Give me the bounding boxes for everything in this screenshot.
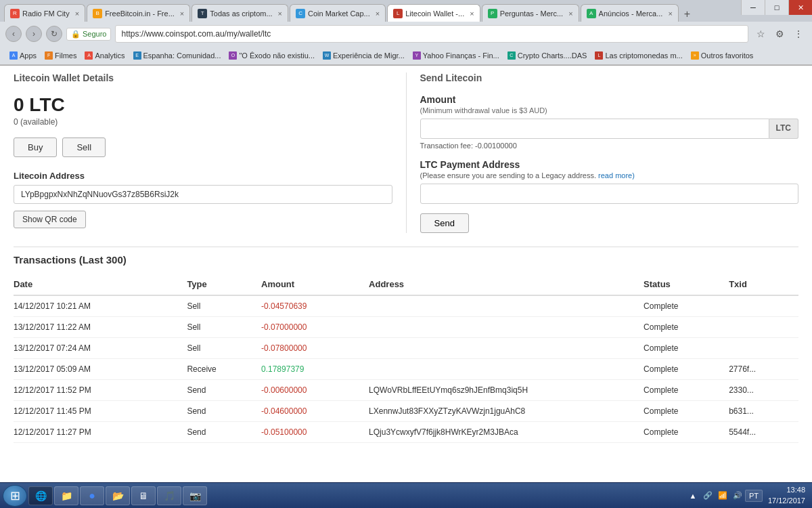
litecoin-address-input[interactable] <box>14 185 392 204</box>
table-row: 13/12/2017 07:24 AMSell-0.07800000Comple… <box>14 338 798 359</box>
chrome-icon: ● <box>86 490 98 502</box>
tx-cell-6-0: 12/12/2017 11:27 PM <box>14 422 187 443</box>
table-row: 12/12/2017 11:27 PMSend-0.05100000LQju3Y… <box>14 422 798 443</box>
bookmark-item-4[interactable]: O"O Êxodo não existiu... <box>225 50 319 61</box>
tx-header-amount: Amount <box>261 274 369 295</box>
tx-cell-4-3: LQWoVRbLffEEtUYmq6sz9hJEnfBmq3iq5H <box>369 380 644 401</box>
close-button[interactable]: ✕ <box>788 0 812 15</box>
tray-signal-icon: 📶 <box>717 490 729 502</box>
bookmark-item-8[interactable]: LLas criptomonedas m... <box>591 50 686 61</box>
tx-cell-1-0: 13/12/2017 11:22 AM <box>14 317 187 338</box>
bookmarks-bar: AAppsFFilmesAAnalyticsEEspanha: Comunida… <box>0 46 812 65</box>
taskbar-app[interactable]: 📷 <box>183 486 207 505</box>
bookmark-favicon-3: E <box>133 51 141 60</box>
tx-cell-6-5: 5544f... <box>729 422 798 443</box>
taskbar-explorer[interactable]: 📁 <box>54 486 78 505</box>
bookmark-item-1[interactable]: FFilmes <box>41 50 81 61</box>
tx-fee: Transaction fee: -0.00100000 <box>420 142 799 150</box>
taskbar-ie[interactable]: 🌐 <box>28 486 53 505</box>
tx-cell-4-4: Complete <box>644 380 729 401</box>
transactions-title: Transactions (Last 300) <box>14 254 798 266</box>
bookmark-item-2[interactable]: AAnalytics <box>81 50 129 61</box>
bookmark-label-1: Filmes <box>55 51 76 60</box>
tx-header-type: Type <box>187 274 261 295</box>
tray-speaker-icon: 🔊 <box>731 490 744 502</box>
transactions-section: Transactions (Last 300) DateTypeAmountAd… <box>14 247 798 443</box>
right-section-title: Send Litecoin <box>420 72 799 86</box>
browser-tab-tab3[interactable]: TTodas as criptom...× <box>191 4 288 22</box>
send-button[interactable]: Send <box>420 213 469 233</box>
tab-close-tab6[interactable]: × <box>568 9 572 18</box>
back-button[interactable]: ‹ <box>5 26 22 42</box>
tab-close-tab4[interactable]: × <box>376 9 380 18</box>
taskbar-chrome[interactable]: ● <box>80 486 104 505</box>
browser-tab-tab2[interactable]: BFreeBitcoin.in - Fre...× <box>87 4 190 22</box>
show-qr-button[interactable]: Show QR code <box>14 211 86 228</box>
menu-button[interactable]: ⋮ <box>790 26 807 42</box>
bookmark-item-5[interactable]: WExperiência de Migr... <box>319 50 409 61</box>
tab-favicon-tab4: C <box>296 9 305 18</box>
tx-header-address: Address <box>369 274 644 295</box>
bookmark-favicon-6: Y <box>413 51 421 60</box>
tx-cell-0-3 <box>369 295 644 317</box>
browser-tab-tab5[interactable]: LLitecoin Wallet -...× <box>387 4 480 22</box>
start-button[interactable]: ⊞ <box>3 485 27 507</box>
bookmark-star-button[interactable]: ☆ <box>752 26 769 42</box>
tx-cell-2-4: Complete <box>644 338 729 359</box>
tx-cell-6-4: Complete <box>644 422 729 443</box>
folder2-icon: 📂 <box>112 490 124 502</box>
bookmark-item-6[interactable]: YYahoo Finanças - Fin... <box>409 50 503 61</box>
browser-tab-tab7[interactable]: AAnúncios - Merca...× <box>581 4 679 22</box>
tx-cell-1-2: -0.07000000 <box>261 317 369 338</box>
bookmark-item-9[interactable]: »Outros favoritos <box>687 50 758 61</box>
extensions-button[interactable]: ⚙ <box>771 26 788 42</box>
buy-button[interactable]: Buy <box>14 137 57 157</box>
tray-arrow-icon[interactable]: ▲ <box>687 490 699 502</box>
tab-label-tab6: Perguntas - Merc... <box>500 9 564 18</box>
bookmark-label-9: Outros favoritos <box>701 51 754 60</box>
tab-close-tab1[interactable]: × <box>75 9 79 18</box>
browser-tab-tab1[interactable]: RRadio FM City× <box>4 4 85 22</box>
tx-cell-2-0: 13/12/2017 07:24 AM <box>14 338 187 359</box>
taskbar-network[interactable]: 🖥 <box>131 486 156 505</box>
secure-badge: 🔒 Seguro <box>66 28 111 41</box>
language-badge[interactable]: PT <box>745 490 763 502</box>
payment-address-note: (Please ensure you are sending to a Lega… <box>420 171 799 179</box>
tx-cell-0-1: Sell <box>187 295 261 317</box>
payment-address-input[interactable] <box>420 184 799 204</box>
clock[interactable]: 13:48 17/12/2017 <box>764 485 809 506</box>
tab-favicon-tab3: T <box>198 9 207 18</box>
tab-close-tab2[interactable]: × <box>180 9 184 18</box>
tab-label-tab7: Anúncios - Merca... <box>599 9 663 18</box>
tab-close-tab7[interactable]: × <box>668 9 672 18</box>
refresh-button[interactable]: ↻ <box>46 26 62 42</box>
tx-cell-5-0: 12/12/2017 11:45 PM <box>14 401 187 422</box>
read-more-link[interactable]: read more) <box>598 171 635 179</box>
tab-label-tab1: Radio FM City <box>22 9 70 18</box>
new-tab-button[interactable]: + <box>680 8 694 20</box>
bookmark-favicon-9: » <box>691 51 699 60</box>
tx-cell-5-4: Complete <box>644 401 729 422</box>
taskbar-media[interactable]: 🎵 <box>157 486 181 505</box>
forward-button[interactable]: › <box>26 26 42 42</box>
bookmark-item-3[interactable]: EEspanha: Comunidad... <box>129 50 225 61</box>
address-bar[interactable] <box>115 25 748 43</box>
tab-close-tab5[interactable]: × <box>470 9 474 18</box>
tab-favicon-tab1: R <box>10 9 20 18</box>
amount-note: (Minimum withdrawal value is $3 AUD) <box>420 106 799 114</box>
bookmark-favicon-8: L <box>595 51 603 60</box>
tab-close-tab3[interactable]: × <box>278 9 282 18</box>
tx-cell-4-2: -0.00600000 <box>261 380 369 401</box>
nav-bar: ‹ › ↻ 🔒 Seguro ☆ ⚙ ⋮ <box>0 22 812 46</box>
tx-header-status: Status <box>644 274 729 295</box>
browser-tab-tab6[interactable]: PPerguntas - Merc...× <box>482 4 579 22</box>
browser-tab-tab4[interactable]: CCoin Market Cap...× <box>290 4 386 22</box>
amount-input[interactable] <box>420 119 769 139</box>
tab-favicon-tab2: B <box>93 9 102 18</box>
bookmark-item-0[interactable]: AApps <box>5 50 41 61</box>
bookmark-item-7[interactable]: CCrypto Charts....DAS <box>503 50 591 61</box>
minimize-button[interactable]: ─ <box>741 0 765 15</box>
taskbar-folder[interactable]: 📂 <box>106 486 130 505</box>
sell-button[interactable]: Sell <box>62 137 106 157</box>
maximize-button[interactable]: □ <box>765 0 788 15</box>
